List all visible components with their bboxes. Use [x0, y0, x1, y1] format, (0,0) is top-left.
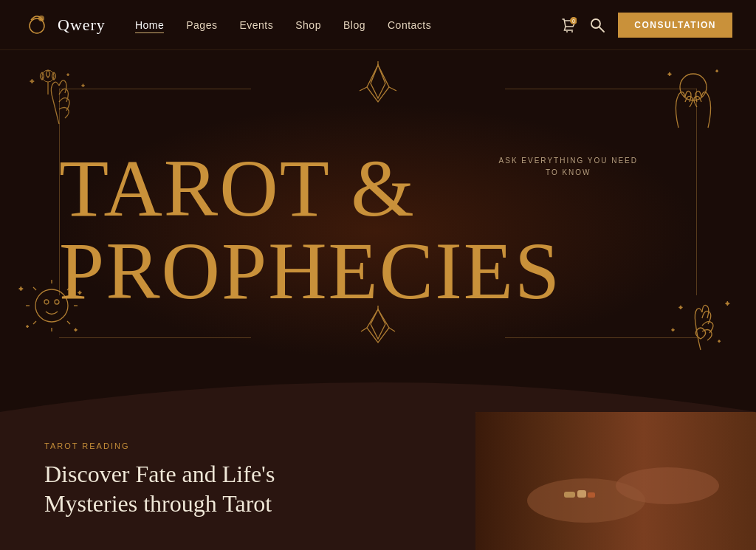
svg-point-3	[571, 31, 573, 32]
svg-point-6	[591, 19, 600, 28]
section-image-inner	[475, 412, 756, 550]
nav-item-shop[interactable]: Shop	[295, 18, 321, 32]
svg-line-39	[361, 328, 367, 331]
svg-text:✦: ✦	[667, 72, 672, 78]
svg-text:✦: ✦	[30, 78, 35, 85]
svg-point-48	[616, 467, 719, 504]
search-button[interactable]	[590, 18, 605, 32]
section-title-line1: Discover Fate and Life's	[44, 461, 275, 487]
hero-subtitle: ASK EVERYTHING YOU NEED TO KNOW	[499, 155, 638, 179]
hero-section: ✦ ✦ ✦	[0, 50, 756, 412]
svg-rect-49	[564, 492, 575, 498]
section-content-left: TAROT READING Discover Fate and Life's M…	[44, 441, 413, 518]
nav-link-events[interactable]: Events	[239, 19, 273, 31]
svg-rect-50	[577, 490, 586, 498]
nav-item-contacts[interactable]: Contacts	[388, 18, 431, 32]
svg-line-16	[360, 87, 367, 91]
hero-title-line2: PROPHECIES	[0, 229, 756, 314]
navbar: Qwery Home Pages Events Shop Blog Contac…	[0, 0, 756, 50]
svg-text:0: 0	[572, 18, 575, 24]
svg-point-2	[566, 31, 568, 32]
svg-point-1	[38, 16, 44, 21]
nav-item-blog[interactable]: Blog	[343, 18, 365, 32]
section-title-line2: Mysteries through Tarot	[44, 490, 272, 517]
nav-item-events[interactable]: Events	[239, 18, 273, 32]
cart-button[interactable]: 0	[560, 17, 577, 33]
nav-links: Home Pages Events Shop Blog Contacts	[135, 18, 431, 32]
hero-subtitle-line2: TO KNOW	[546, 168, 591, 176]
search-icon	[590, 18, 605, 32]
nav-link-blog[interactable]: Blog	[343, 19, 365, 31]
nav-item-home[interactable]: Home	[135, 18, 164, 32]
svg-line-7	[599, 27, 604, 32]
svg-marker-13	[371, 65, 385, 98]
svg-line-30	[33, 321, 36, 324]
hero-subtitle-line1: ASK EVERYTHING YOU NEED	[499, 157, 638, 165]
svg-text:✦: ✦	[26, 325, 29, 329]
svg-point-18	[680, 74, 707, 100]
hero-wave	[0, 353, 756, 412]
logo-icon	[24, 11, 52, 39]
logo-text: Qwery	[58, 16, 106, 35]
svg-line-40	[389, 328, 395, 331]
nav-actions: 0 CONSULTATION	[560, 13, 732, 38]
svg-line-17	[389, 87, 396, 91]
section-two: TAROT READING Discover Fate and Life's M…	[0, 412, 756, 550]
svg-text:✦: ✦	[715, 69, 718, 73]
nav-item-pages[interactable]: Pages	[186, 18, 217, 32]
svg-text:✦: ✦	[671, 328, 675, 332]
hero-title-line1: TAROT &	[0, 148, 756, 229]
hero-content: TAROT & ASK EVERYTHING YOU NEED TO KNOW …	[0, 148, 756, 314]
nav-link-pages[interactable]: Pages	[186, 19, 217, 31]
nav-link-shop[interactable]: Shop	[295, 19, 321, 31]
section-image	[475, 412, 756, 550]
logo[interactable]: Qwery	[24, 11, 106, 39]
cart-icon: 0	[560, 17, 577, 33]
svg-line-31	[67, 321, 70, 324]
svg-text:✦: ✦	[74, 328, 78, 332]
svg-rect-51	[588, 492, 595, 498]
illus-top-right-moon: ✦ ✦	[653, 61, 734, 138]
svg-text:✦: ✦	[66, 73, 69, 77]
section-tag: TAROT READING	[44, 441, 413, 450]
svg-text:✦: ✦	[81, 83, 85, 88]
illus-top-left-hand: ✦ ✦ ✦	[22, 65, 96, 142]
section-title: Discover Fate and Life's Mysteries throu…	[44, 459, 413, 518]
consultation-button[interactable]: CONSULTATION	[618, 13, 732, 38]
illus-top-center-crystal	[356, 61, 400, 123]
svg-text:✦: ✦	[718, 340, 721, 343]
nav-link-home[interactable]: Home	[135, 19, 164, 33]
nav-center: Home Pages Events Shop Blog Contacts	[106, 18, 560, 32]
nav-link-contacts[interactable]: Contacts	[388, 19, 431, 31]
